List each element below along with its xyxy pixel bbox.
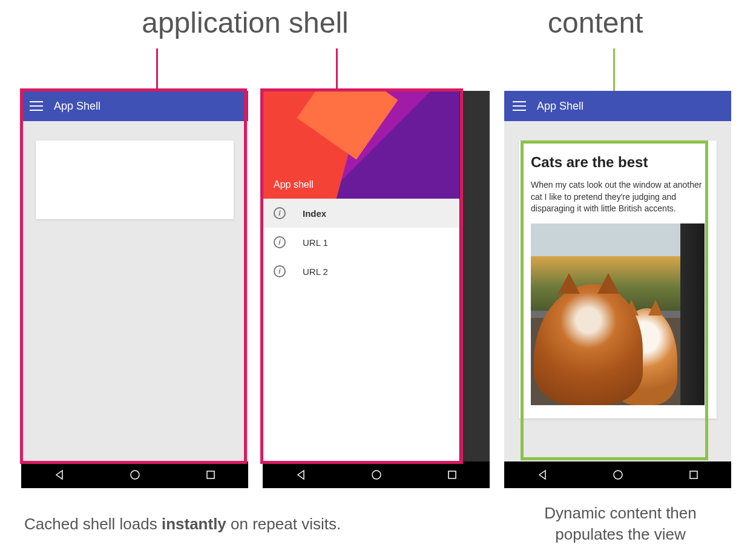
home-icon[interactable]: [130, 469, 140, 480]
content-image: [531, 223, 705, 405]
drawer-header-title: App shell: [274, 179, 314, 190]
back-icon[interactable]: [537, 469, 548, 480]
phone-body: App shell i Index i URL 1 i URL 2: [263, 91, 490, 461]
phone-shell-drawer: App shell i Index i URL 1 i URL 2: [263, 91, 490, 488]
drawer-item-url1[interactable]: i URL 1: [263, 228, 459, 257]
phone-body: Cats are the best When my cats look out …: [504, 121, 731, 461]
svg-point-4: [614, 471, 622, 479]
info-icon: i: [274, 207, 286, 219]
svg-point-2: [372, 471, 381, 479]
content-card: Cats are the best When my cats look out …: [519, 141, 717, 418]
svg-rect-1: [207, 471, 214, 478]
home-icon[interactable]: [371, 469, 382, 480]
svg-rect-5: [690, 471, 697, 478]
drawer-item-label: URL 1: [303, 237, 328, 248]
phone-content-loaded: App Shell Cats are the best When my cats…: [504, 91, 731, 488]
caption-shell: Cached shell loads instantly on repeat v…: [24, 515, 460, 534]
drawer-item-label: Index: [303, 208, 326, 219]
title-application-shell: application shell: [106, 6, 384, 39]
content-body-text: When my cats look out the window at anot…: [531, 179, 705, 215]
app-title: App Shell: [537, 100, 583, 113]
recents-icon[interactable]: [689, 470, 698, 480]
back-icon[interactable]: [295, 469, 306, 480]
app-bar: App Shell: [504, 91, 731, 121]
drawer-item-index[interactable]: i Index: [263, 199, 459, 228]
drawer-item-label: URL 2: [303, 266, 328, 277]
content-heading: Cats are the best: [531, 154, 705, 171]
phone-shell-empty: App Shell: [21, 91, 248, 488]
svg-point-0: [131, 471, 139, 479]
navigation-drawer: App shell i Index i URL 1 i URL 2: [263, 91, 459, 461]
caption-bold: instantly: [162, 515, 226, 533]
placeholder-card: [36, 141, 234, 219]
caption-text: on repeat visits.: [226, 515, 341, 533]
app-title: App Shell: [54, 100, 100, 113]
connector-line: [156, 48, 158, 90]
info-icon: i: [274, 236, 286, 248]
drawer-header: App shell: [263, 91, 459, 199]
android-nav-bar: [263, 461, 490, 488]
hamburger-menu-icon[interactable]: [30, 101, 43, 111]
recents-icon[interactable]: [206, 470, 215, 480]
drawer-item-url2[interactable]: i URL 2: [263, 257, 459, 286]
android-nav-bar: [504, 461, 731, 488]
hamburger-menu-icon[interactable]: [513, 101, 526, 111]
cat-illustration: [534, 284, 643, 405]
svg-rect-3: [449, 471, 456, 478]
connector-line: [336, 48, 338, 90]
drawer-list: i Index i URL 1 i URL 2: [263, 199, 459, 286]
phone-body: [21, 121, 248, 461]
home-icon[interactable]: [613, 469, 623, 480]
caption-text: Cached shell loads: [24, 515, 162, 533]
app-bar: App Shell: [21, 91, 248, 121]
title-content: content: [548, 6, 643, 39]
window-frame: [680, 223, 705, 405]
recents-icon[interactable]: [447, 470, 457, 480]
android-nav-bar: [21, 461, 248, 488]
info-icon: i: [274, 265, 286, 277]
back-icon[interactable]: [54, 469, 65, 480]
caption-content: Dynamic content then populates the view: [511, 503, 729, 545]
